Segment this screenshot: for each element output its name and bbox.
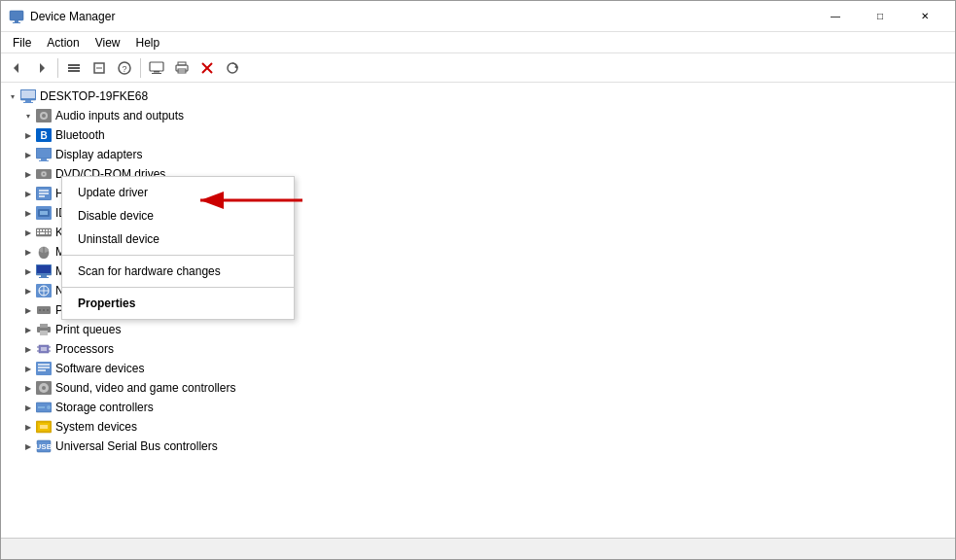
print-label: Print queues (55, 323, 121, 336)
bluetooth-icon: B (36, 127, 52, 143)
root-label: DESKTOP-19FKE68 (40, 89, 148, 103)
context-properties[interactable]: Properties (62, 292, 294, 315)
mice-expand-icon[interactable]: ▶ (20, 244, 36, 260)
maximize-button[interactable]: □ (858, 1, 903, 32)
svg-rect-31 (36, 148, 52, 158)
svg-text:USB: USB (36, 442, 52, 451)
toolbar-expand[interactable] (62, 56, 86, 80)
audio-label: Audio inputs and outputs (55, 109, 184, 122)
svg-rect-32 (41, 158, 47, 160)
keyboards-icon (36, 225, 52, 240)
menu-bar: File Action View Help (1, 32, 955, 53)
keyboards-expand-icon[interactable]: ▶ (20, 225, 36, 240)
svg-rect-5 (68, 64, 80, 66)
audio-expand-icon[interactable]: ▾ (20, 108, 36, 123)
bluetooth-expand-icon[interactable]: ▶ (20, 127, 36, 143)
svg-rect-0 (10, 11, 23, 20)
svg-rect-73 (41, 347, 47, 351)
storage-icon (36, 400, 52, 415)
minimize-button[interactable]: — (813, 1, 858, 32)
processors-expand-icon[interactable]: ▶ (20, 341, 36, 357)
tree-system[interactable]: ▶ System devices (1, 417, 955, 437)
tree-software[interactable]: ▶ Software devices (1, 359, 955, 378)
hid-icon (36, 186, 52, 201)
context-uninstall-device[interactable]: Uninstall device (62, 228, 294, 251)
svg-rect-40 (39, 195, 45, 197)
dvd-expand-icon[interactable]: ▶ (20, 166, 36, 182)
svg-rect-46 (40, 229, 42, 231)
svg-rect-9 (96, 67, 102, 68)
close-button[interactable]: ✕ (903, 1, 947, 32)
menu-file[interactable]: File (5, 34, 39, 52)
toolbar: ? (1, 53, 955, 83)
toolbar-collapse[interactable] (88, 56, 111, 80)
context-menu: Update driver Disable device Uninstall d… (61, 176, 295, 320)
svg-rect-81 (38, 369, 46, 371)
toolbar-scan[interactable] (221, 56, 244, 80)
monitors-icon (36, 263, 52, 279)
svg-rect-47 (43, 229, 45, 231)
usb-expand-icon[interactable]: ▶ (20, 438, 36, 454)
bluetooth-label: Bluetooth (55, 128, 105, 142)
tree-processors[interactable]: ▶ Processors (1, 339, 955, 359)
context-disable-device[interactable]: Disable device (62, 204, 294, 228)
tree-display[interactable]: ▶ Display adapters (1, 145, 955, 164)
ports-expand-icon[interactable]: ▶ (20, 302, 36, 318)
tree-usb[interactable]: ▶ USB Universal Serial Bus controllers (1, 437, 955, 456)
svg-rect-39 (39, 192, 49, 194)
toolbar-print[interactable] (170, 56, 194, 80)
context-scan-hardware[interactable]: Scan for hardware changes (62, 260, 294, 283)
toolbar-forward[interactable] (30, 56, 53, 80)
svg-rect-7 (68, 70, 80, 72)
display-expand-icon[interactable]: ▶ (20, 147, 36, 162)
ide-expand-icon[interactable]: ▶ (20, 205, 36, 221)
svg-rect-80 (38, 367, 50, 368)
svg-rect-51 (40, 232, 45, 234)
svg-rect-6 (68, 67, 80, 69)
svg-point-67 (43, 309, 45, 311)
menu-action[interactable]: Action (39, 34, 87, 52)
svg-rect-87 (38, 406, 45, 408)
svg-rect-43 (40, 211, 48, 215)
svg-rect-52 (46, 232, 48, 234)
svg-rect-24 (25, 100, 31, 102)
menu-view[interactable]: View (88, 34, 128, 52)
svg-rect-38 (39, 190, 49, 192)
svg-text:B: B (40, 130, 47, 141)
svg-point-86 (47, 405, 51, 409)
tree-bluetooth[interactable]: ▶ B Bluetooth (1, 125, 955, 145)
tree-root[interactable]: ▾ DESKTOP-19FKE68 (1, 87, 955, 106)
sound-expand-icon[interactable]: ▶ (20, 380, 36, 396)
toolbar-help[interactable]: ? (113, 56, 136, 80)
print-expand-icon[interactable]: ▶ (20, 322, 36, 337)
toolbar-remove[interactable] (195, 56, 219, 80)
tree-storage[interactable]: ▶ Storage controllers (1, 398, 955, 417)
toolbar-separator-1 (57, 58, 58, 78)
usb-icon: USB (36, 438, 52, 454)
root-expand-icon[interactable]: ▾ (5, 88, 20, 104)
menu-help[interactable]: Help (128, 34, 168, 52)
svg-rect-45 (37, 229, 39, 231)
tree-print[interactable]: ▶ Print queues (1, 320, 955, 339)
toolbar-back[interactable] (5, 56, 28, 80)
network-expand-icon[interactable]: ▶ (20, 283, 36, 298)
context-separator-2 (62, 287, 294, 288)
context-update-driver[interactable]: Update driver (62, 181, 294, 204)
tree-sound[interactable]: ▶ Sound, video and game controllers (1, 378, 955, 398)
monitors-expand-icon[interactable]: ▶ (20, 263, 36, 279)
software-expand-icon[interactable]: ▶ (20, 361, 36, 376)
window-title: Device Manager (30, 10, 813, 23)
svg-rect-60 (39, 277, 49, 278)
hid-expand-icon[interactable]: ▶ (20, 186, 36, 201)
main-content: ▾ DESKTOP-19FKE68 ▾ (1, 83, 955, 538)
dvd-icon (36, 166, 52, 182)
svg-rect-79 (38, 364, 50, 366)
toolbar-computer[interactable] (145, 56, 168, 80)
svg-rect-33 (39, 160, 49, 161)
storage-expand-icon[interactable]: ▶ (20, 400, 36, 415)
mice-icon (36, 244, 52, 260)
svg-rect-13 (154, 71, 159, 73)
system-expand-icon[interactable]: ▶ (20, 419, 36, 435)
svg-rect-25 (23, 102, 33, 103)
tree-audio[interactable]: ▾ Audio inputs and outputs (1, 106, 955, 125)
